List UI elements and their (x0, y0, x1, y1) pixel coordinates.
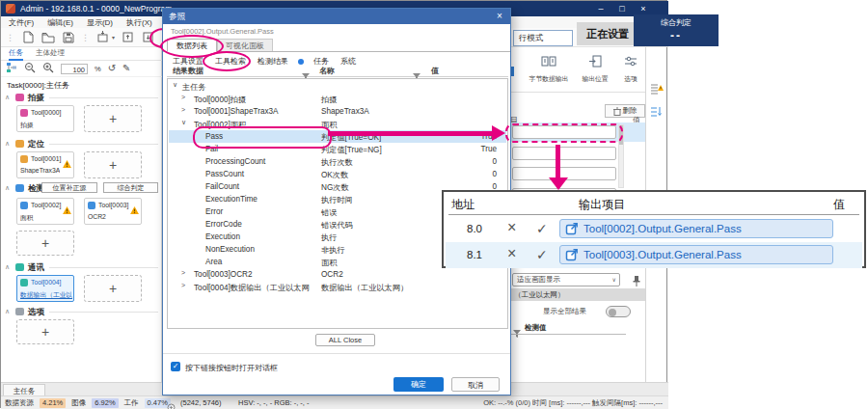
tree-row[interactable]: >Tool[0003]OCR2OCR2 (169, 268, 506, 281)
filter-icon[interactable] (513, 324, 521, 341)
show-all-results-label: 显示全部结果 (543, 307, 586, 316)
collapse-chevron-icon[interactable] (5, 308, 10, 315)
menu-item-3[interactable]: 执行(X) (126, 17, 152, 28)
ribbon-item-byte-output[interactable]: 字节数据输出 (528, 55, 570, 85)
tool-id: Tool[0003] (98, 202, 128, 208)
col-result-data: 结果数据 (173, 66, 203, 76)
section-comm-header[interactable]: 通讯 (1, 263, 162, 273)
add-capture-tool-button[interactable]: + (84, 105, 142, 132)
tree-item-cname: 非执行 (321, 245, 345, 256)
add-inspect-tool-button[interactable]: + (16, 231, 74, 256)
output-slot[interactable] (512, 147, 616, 160)
collapse-icon[interactable]: ∨ (173, 81, 177, 89)
section-position-header[interactable]: 定位 (1, 140, 162, 150)
cancel-button[interactable]: 取消 (451, 377, 500, 392)
zoom-percent-input[interactable]: 100 (61, 64, 88, 74)
show-all-results-toggle[interactable] (606, 306, 631, 317)
display-mode-combo[interactable]: 适应画面显示 ∨ (512, 273, 620, 286)
tree-row[interactable]: ∨主任务 (169, 80, 506, 93)
tool-card-0002[interactable]: Tool[0002] 面积 (16, 198, 74, 225)
output-item-link[interactable]: Tool[0002].Output.General.Pass (559, 219, 833, 238)
clear-assignment-icon[interactable]: × (507, 219, 516, 236)
flow-tree-icon[interactable] (6, 60, 17, 77)
app-icon (6, 4, 15, 14)
error-log-icon[interactable] (650, 82, 664, 99)
check-assignment-icon[interactable]: ✓ (536, 247, 548, 262)
expand-icon[interactable]: > (181, 282, 185, 288)
status-label-0: 数据资源 (5, 398, 34, 408)
collapse-chevron-icon[interactable] (5, 94, 10, 101)
menu-item-2[interactable]: 显示(D) (87, 17, 113, 28)
overall-judgment-button[interactable]: 综合判定 (103, 182, 158, 193)
ribbon-item-options[interactable]: 选项 (618, 55, 643, 85)
tab-visual-panel[interactable]: 可视化面板 (217, 39, 273, 52)
add-comm-tool-button[interactable]: + (84, 275, 142, 302)
expand-icon[interactable]: > (181, 94, 185, 100)
open-folder-icon[interactable] (41, 30, 55, 44)
maximize-button[interactable]: □ (612, 2, 632, 15)
tool-card-0003[interactable]: Tool[0003] OCR2 (84, 198, 142, 225)
collapse-chevron-icon[interactable] (5, 184, 10, 192)
zoom-in-icon[interactable] (42, 60, 54, 77)
run-mode-combo[interactable]: 行模式 (513, 30, 573, 46)
tree-item-cname: 执行 (321, 232, 337, 243)
expand-icon[interactable]: > (181, 106, 185, 113)
add-option-tool-button[interactable]: + (16, 319, 74, 344)
judgment-title: 综合判定 (634, 17, 719, 28)
open-dialog-checkbox[interactable]: ✓ (171, 362, 180, 371)
tree-row[interactable]: >Tool[0004]数据输出（工业以太网数据输出（工业以太网） (169, 281, 506, 293)
address-cell: 8.1 (457, 249, 492, 260)
tree-row[interactable]: >Tool[0000]拍摄拍摄 (169, 93, 506, 105)
tool-id: Tool[0000] (31, 109, 61, 116)
comm-section-icon (15, 263, 24, 271)
tool-card-0000[interactable]: Tool[0000] 拍摄 (16, 105, 74, 132)
tree-item-name: ErrorCode (205, 220, 242, 229)
clear-assignment-icon[interactable]: × (507, 245, 516, 262)
reset-view-icon[interactable]: ↺ (108, 64, 116, 73)
check-assignment-icon[interactable]: ✓ (536, 221, 548, 236)
capture-section-icon (15, 94, 24, 101)
tree-item-name: ExecutionTime (205, 195, 258, 204)
close-button[interactable]: × (634, 2, 653, 15)
sort-filter-icon[interactable] (650, 105, 664, 123)
section-option-header[interactable]: 选项 (1, 308, 162, 317)
tool-id: Tool[0001] (31, 155, 61, 162)
tree-row[interactable]: PassCountOK次数0 (169, 168, 506, 180)
position-correction-button[interactable]: 位置补正源 (41, 182, 97, 193)
section-title: 通讯 (28, 262, 44, 274)
measure-start-icon[interactable] (121, 30, 135, 44)
section-capture-header[interactable]: 拍摄 (1, 94, 162, 103)
measure-once-icon[interactable] (95, 30, 110, 44)
menu-item-0[interactable]: 文件(F) (9, 17, 34, 28)
chevron-down-icon[interactable]: ▾ (112, 34, 115, 41)
collapse-chevron-icon[interactable] (5, 140, 10, 148)
ribbon-item-output-position[interactable]: 输出位置 (576, 55, 614, 85)
tree-row[interactable]: >Tool[0001]ShapeTrax3AShapeTrax3A (169, 105, 506, 118)
sidebar-tab-main-process[interactable]: 主体处理 (36, 48, 65, 58)
save-icon[interactable] (61, 30, 75, 44)
zoom-out-icon[interactable] (24, 60, 36, 77)
tree-item-cname: 判定值[True=NG] (321, 145, 382, 155)
section-inspect-header[interactable]: 检测 位置补正源 综合判定 (1, 184, 162, 194)
expand-icon[interactable]: > (181, 269, 185, 276)
add-position-tool-button[interactable]: + (84, 151, 142, 178)
tree-row[interactable]: ProcessingCount执行次数0 (169, 155, 506, 168)
dialog-close-button[interactable]: × (493, 10, 506, 23)
tool-id: Tool[0004] (31, 279, 61, 286)
tool-card-0004-selected[interactable]: Tool[0004] 数据输出（工业以... (16, 275, 74, 302)
all-close-button[interactable]: ALL Close (315, 334, 375, 346)
ok-button[interactable]: 确定 (393, 377, 444, 392)
tool-name: ShapeTrax3A (20, 167, 60, 174)
minimize-button[interactable]: – (591, 2, 610, 15)
col-name: 名称 (319, 66, 335, 76)
collapse-chevron-icon[interactable] (5, 263, 10, 271)
edit-flow-icon[interactable]: ✎ (122, 64, 130, 73)
new-file-icon[interactable] (20, 30, 35, 44)
tool-card-0001[interactable]: Tool[0001] ShapeTrax3A (16, 151, 74, 178)
collapse-icon[interactable]: ∨ (181, 119, 186, 126)
dialog-titlebar[interactable]: 参照 × (163, 9, 510, 24)
output-item-link[interactable]: Tool[0003].Output.General.Pass (559, 245, 833, 264)
pixel-values: HSV: -, -, - RGB: -, -, - (238, 398, 309, 407)
menu-item-1[interactable]: 编辑(E) (47, 17, 73, 28)
annotation-arrow-down (556, 145, 560, 177)
